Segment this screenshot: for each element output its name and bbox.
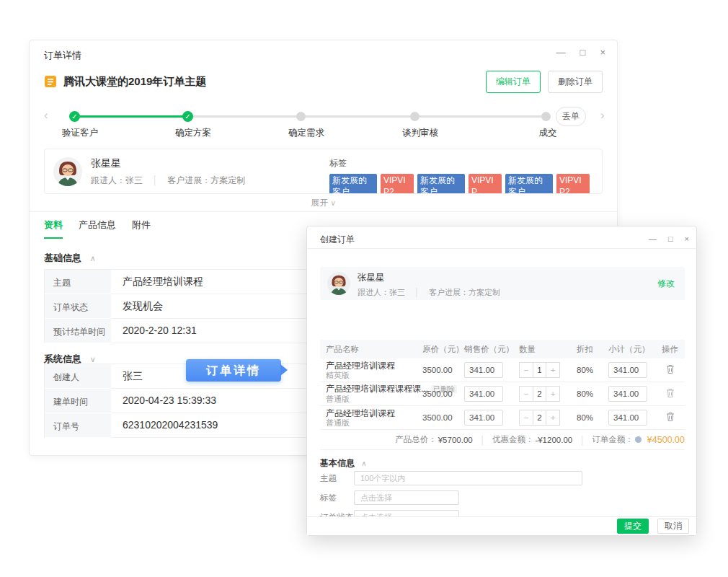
summary-label: 产品总价： (395, 434, 437, 445)
product-variant: 普通版 (326, 418, 422, 428)
order-amount: ¥4500.00 (647, 435, 685, 445)
quantity-value[interactable]: 2 (533, 386, 546, 402)
quantity-plus-button[interactable]: + (546, 386, 560, 402)
minimize-icon[interactable]: — (649, 232, 657, 245)
tags-label: 标签 (329, 157, 590, 169)
discount: 80% (577, 413, 608, 422)
step-node-5[interactable] (541, 111, 551, 121)
original-price: 3500.00 (422, 413, 464, 422)
close-icon[interactable]: × (600, 46, 605, 59)
step-label: 确定需求 (288, 127, 324, 139)
sale-price-input[interactable] (464, 386, 503, 402)
summary-label: 优惠金额： (492, 434, 534, 445)
customer-tag: VIPVIP2 (556, 174, 590, 194)
subtotal-input[interactable] (608, 386, 647, 402)
field-label: 主题 (320, 473, 354, 484)
quantity-minus-button[interactable]: − (519, 362, 533, 378)
step-node-4[interactable] (410, 111, 420, 121)
row-label: 创建人 (45, 364, 111, 389)
customer-tag: 新发展的客户 (505, 174, 553, 194)
trash-icon[interactable] (666, 388, 675, 398)
caret-down-icon[interactable]: ∨ (90, 355, 96, 364)
subject-input[interactable] (354, 471, 582, 485)
basic-info-section-title: 基础信息 ∧ (44, 252, 96, 265)
divider: │ (152, 175, 158, 185)
discount: 80% (577, 366, 608, 374)
step-node-3[interactable] (296, 111, 306, 121)
step-node-2[interactable]: ✓ (182, 111, 193, 122)
product-row: 产品经理培训课程 普通版 3500.00 − 2 + 80% (320, 406, 685, 430)
original-price: 3500.00 (422, 366, 464, 374)
step-node-1[interactable]: ✓ (69, 111, 80, 122)
sale-price-input[interactable] (464, 410, 503, 426)
product-variant: 精英版 (326, 371, 422, 380)
quantity-value[interactable]: 2 (533, 410, 546, 426)
trash-icon[interactable] (666, 412, 675, 422)
subtotal-input[interactable] (608, 410, 647, 426)
delete-order-button[interactable]: 删除订单 (548, 71, 603, 93)
customer-follower: 跟进人：张三 (91, 175, 143, 185)
customer-follower: 跟进人：张三 (358, 288, 405, 296)
lose-order-button[interactable]: 丢单 (556, 107, 586, 126)
cancel-button[interactable]: 取消 (657, 519, 689, 534)
product-name: 产品经理培训课程 (326, 408, 422, 418)
field-label: 标签 (320, 493, 354, 503)
customer-card: 张星星 跟进人：张三 │ 客户进展：方案定制 标签 新发展的客户 VIPVIP2… (44, 149, 603, 194)
divider: │ (414, 288, 420, 296)
window-title: 订单详情 (44, 49, 81, 62)
customer-tag: VIPVIP (469, 174, 502, 194)
window-title: 创建订单 (320, 234, 355, 246)
chevron-left-icon[interactable]: ‹ (44, 108, 48, 123)
row-label: 订单号 (45, 413, 111, 438)
subtotal-input[interactable] (608, 362, 647, 378)
chevron-right-icon[interactable]: › (600, 108, 605, 123)
check-icon: ✓ (182, 111, 193, 122)
summary-label: 订单金额： (592, 434, 634, 445)
info-icon (635, 436, 642, 443)
tab-attachments[interactable]: 附件 (132, 219, 151, 239)
form-row: 标签 (320, 490, 459, 505)
trash-icon[interactable] (666, 364, 675, 374)
step-dot-icon (410, 112, 420, 121)
customer-progress: 客户进展：方案定制 (429, 288, 500, 296)
page-title: 腾讯大课堂的2019年订单主题 (63, 75, 486, 89)
step-label: 验证客户 (62, 127, 98, 139)
maximize-icon[interactable]: □ (668, 232, 673, 245)
edit-order-button[interactable]: 编辑订单 (486, 71, 541, 93)
customer-tag: 新发展的客户 (417, 174, 465, 194)
tag-select-input[interactable] (354, 490, 459, 505)
quantity-value[interactable]: 1 (533, 362, 546, 378)
submit-button[interactable]: 提交 (617, 519, 649, 534)
caret-up-icon[interactable]: ∧ (361, 459, 366, 467)
window-controls: — □ × (556, 46, 605, 59)
quantity-minus-button[interactable]: − (519, 386, 533, 402)
product-table-header: 产品名称 原价（元） 销售价（元） 数量 折扣 小计（元） 操作 (320, 340, 685, 358)
caret-up-icon[interactable]: ∧ (90, 254, 96, 263)
quantity-minus-button[interactable]: − (519, 410, 533, 426)
modify-customer-link[interactable]: 修改 (657, 278, 675, 290)
customer-card: 张星星 跟进人：张三 │ 客户进展：方案定制 修改 (320, 267, 685, 300)
create-order-window: 创建订单 — □ × 张星星 跟进人：张三 (306, 226, 697, 536)
maximize-icon[interactable]: □ (580, 46, 586, 59)
minimize-icon[interactable]: — (556, 46, 566, 59)
product-name: 产品经理培训课程 (326, 361, 422, 371)
product-variant: 普通版 (326, 395, 422, 404)
caret-down-icon: ∨ (331, 199, 336, 207)
row-label: 主题 (45, 270, 111, 294)
col-header: 原价（元） (422, 344, 464, 355)
check-icon: ✓ (69, 111, 80, 122)
customer-tag: 新发展的客户 (329, 174, 377, 194)
expand-toggle[interactable]: 展开 ∨ (30, 197, 617, 209)
tag-list: 新发展的客户 VIPVIP2 新发展的客户 VIPVIP 新发展的客户 VIPV… (329, 174, 590, 194)
quantity-plus-button[interactable]: + (546, 362, 560, 378)
step-label: 确定方案 (175, 127, 211, 139)
sale-price-input[interactable] (464, 362, 503, 378)
tab-profile[interactable]: 资料 (44, 219, 63, 239)
quantity-plus-button[interactable]: + (546, 410, 560, 426)
summary-total: ¥5700.00 (438, 436, 473, 444)
close-icon[interactable]: × (685, 232, 689, 245)
order-stage-stepper: ‹ ✓ ✓ 验证客户 确定方案 确定需求 谈判审核 成交 丢单 › (44, 104, 603, 147)
section-divider (30, 211, 617, 212)
tab-product-info[interactable]: 产品信息 (79, 219, 116, 239)
avatar (53, 157, 82, 186)
